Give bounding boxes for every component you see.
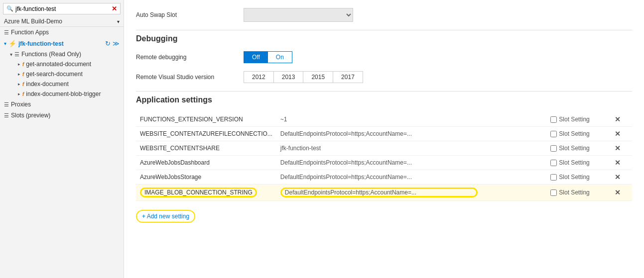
search-icon: 🔍: [6, 5, 13, 12]
setting-value-cell: DefaultEndpointsProtocol=https;AccountNa…: [276, 156, 547, 170]
auto-swap-select[interactable]: [244, 8, 353, 22]
f-badge-icon3: f: [22, 92, 24, 97]
divider-1: [136, 30, 632, 30]
delete-button[interactable]: ✕: [613, 159, 623, 167]
vs-2013-button[interactable]: 2013: [274, 72, 304, 83]
delete-button[interactable]: ✕: [613, 144, 623, 152]
function-item-3[interactable]: ▸ f index-document-blob-trigger: [16, 89, 124, 99]
refresh-icon[interactable]: ↻: [105, 40, 111, 47]
chevron-down-icon: ▾: [117, 19, 120, 24]
vs-2017-button[interactable]: 2017: [333, 72, 363, 83]
delete-cell: ✕: [609, 156, 632, 170]
slot-setting-cell: Slot Setting: [546, 112, 608, 127]
slot-setting-cell: Slot Setting: [546, 127, 608, 141]
slot-setting-checkbox[interactable]: [550, 116, 557, 123]
delete-button[interactable]: ✕: [613, 130, 623, 138]
functions-read-only-header[interactable]: ▾ ☰ Functions (Read Only): [8, 49, 124, 59]
search-box-container: 🔍 ✕: [3, 3, 121, 14]
f-badge-icon1: f: [22, 72, 24, 77]
more-icon[interactable]: ≫: [113, 40, 120, 47]
on-button[interactable]: On: [268, 52, 292, 63]
list-icon3: ☰: [4, 101, 9, 108]
setting-value-cell: DefaultEndpointsProtocol=https;AccountNa…: [276, 127, 547, 141]
list-icon: ☰: [4, 29, 9, 36]
sidebar-item-proxies[interactable]: ☰ Proxies: [0, 99, 124, 110]
setting-name-cell-highlighted: IMAGE_BLOB_CONNECTION_STRING: [136, 185, 276, 201]
slot-setting-checkbox[interactable]: [550, 160, 557, 166]
slot-setting-cell: Slot Setting: [546, 185, 608, 201]
list-icon2: ☰: [14, 51, 19, 58]
off-button[interactable]: Off: [244, 52, 268, 63]
slot-setting-label: Slot Setting: [559, 116, 589, 123]
search-input[interactable]: [15, 5, 110, 12]
chevron-down-icon3: ▾: [10, 52, 12, 57]
vs-2015-button[interactable]: 2015: [303, 72, 333, 83]
f-badge-icon2: f: [22, 82, 24, 87]
add-setting-wrapper: + Add new setting: [136, 206, 632, 223]
f-badge-icon: f: [22, 62, 24, 67]
delete-cell: ✕: [609, 127, 632, 141]
subscription-label: Azure ML Build-Demo: [4, 18, 62, 25]
app-name-label[interactable]: jfk-function-test: [18, 40, 103, 47]
setting-name-cell: FUNCTIONS_EXTENSION_VERSION: [136, 112, 276, 127]
app-settings-section: Application settings FUNCTIONS_EXTENSION…: [136, 95, 632, 223]
slot-setting-checkbox[interactable]: [550, 131, 557, 137]
clear-icon[interactable]: ✕: [112, 5, 117, 12]
function-name-label3: index-document-blob-trigger: [26, 91, 101, 97]
slot-setting-checkbox[interactable]: [550, 174, 557, 181]
slot-setting-label: Slot Setting: [559, 189, 589, 196]
debugging-title: Debugging: [136, 34, 632, 43]
delete-button[interactable]: ✕: [613, 188, 623, 196]
chevron-down-icon2[interactable]: ▾: [4, 41, 6, 46]
table-row: FUNCTIONS_EXTENSION_VERSION ~1 Slot Sett…: [136, 112, 632, 127]
vs-2012-button[interactable]: 2012: [244, 72, 274, 83]
slot-setting-checkbox[interactable]: [550, 145, 557, 152]
auto-swap-row: Auto Swap Slot: [136, 8, 632, 22]
function-name-label2: index-document: [26, 81, 68, 88]
vs-version-group: 2012 2013 2015 2017: [244, 71, 363, 83]
function-app-row: ▾ ⚡ jfk-function-test ↻ ≫: [0, 38, 124, 49]
slot-setting-cell: Slot Setting: [546, 170, 608, 185]
list-icon4: ☰: [4, 112, 9, 119]
vs-version-label: Remote Visual Studio version: [136, 74, 236, 81]
setting-value-cell: DefaultEndpointsProtocol=https;AccountNa…: [276, 170, 547, 185]
highlighted-name: IMAGE_BLOB_CONNECTION_STRING: [140, 187, 257, 197]
chevron-right-icon: ▸: [18, 62, 20, 67]
function-items-list: ▸ f get-annotated-document ▸ f get-searc…: [8, 59, 124, 99]
sidebar-item-function-apps[interactable]: ☰ Function Apps: [0, 27, 124, 38]
chevron-right-icon2: ▸: [18, 82, 20, 87]
add-new-setting-button[interactable]: + Add new setting: [136, 210, 195, 223]
chevron-right-icon3: ▸: [18, 92, 20, 96]
highlighted-value: DefaultEndpointsProtocol=https;AccountNa…: [280, 187, 478, 197]
table-row: AzureWebJobsStorage DefaultEndpointsProt…: [136, 170, 632, 185]
function-apps-label: Function Apps: [11, 29, 49, 36]
function-item-1[interactable]: ▸ f get-search-document: [16, 69, 124, 79]
auto-swap-label: Auto Swap Slot: [136, 11, 236, 18]
debugging-section: Debugging Remote debugging Off On Remote…: [136, 34, 632, 83]
app-settings-title: Application settings: [136, 95, 632, 104]
function-name-label1: get-search-document: [26, 71, 82, 78]
function-item-2[interactable]: ▸ f index-document: [16, 79, 124, 89]
setting-value-cell: ~1: [276, 112, 547, 127]
function-item-0[interactable]: ▸ f get-annotated-document: [16, 59, 124, 69]
sidebar: 🔍 ✕ Azure ML Build-Demo ▾ ☰ Function App…: [0, 0, 124, 278]
delete-button[interactable]: ✕: [613, 115, 623, 123]
slots-label: Slots (preview): [11, 112, 50, 119]
subscription-row[interactable]: Azure ML Build-Demo ▾: [0, 16, 124, 27]
slot-setting-label: Slot Setting: [559, 130, 589, 137]
setting-name-cell: AzureWebJobsStorage: [136, 170, 276, 185]
setting-name-cell: WEBSITE_CONTENTSHARE: [136, 141, 276, 156]
chevron-right-icon1: ▸: [18, 72, 20, 77]
delete-button[interactable]: ✕: [613, 173, 623, 181]
setting-name-cell: WEBSITE_CONTENTAZUREFILECONNECTIO...: [136, 127, 276, 141]
setting-value-cell-highlighted: DefaultEndpointsProtocol=https;AccountNa…: [276, 185, 547, 201]
vs-version-row: Remote Visual Studio version 2012 2013 2…: [136, 71, 632, 83]
slot-setting-cell: Slot Setting: [546, 156, 608, 170]
app-settings-table: FUNCTIONS_EXTENSION_VERSION ~1 Slot Sett…: [136, 112, 632, 201]
main-content: Auto Swap Slot Debugging Remote debuggin…: [124, 0, 644, 278]
slot-setting-checkbox[interactable]: [550, 189, 557, 196]
table-row-highlighted: IMAGE_BLOB_CONNECTION_STRING DefaultEndp…: [136, 185, 632, 201]
delete-cell: ✕: [609, 170, 632, 185]
table-row: AzureWebJobsDashboard DefaultEndpointsPr…: [136, 156, 632, 170]
sidebar-item-slots[interactable]: ☰ Slots (preview): [0, 110, 124, 121]
